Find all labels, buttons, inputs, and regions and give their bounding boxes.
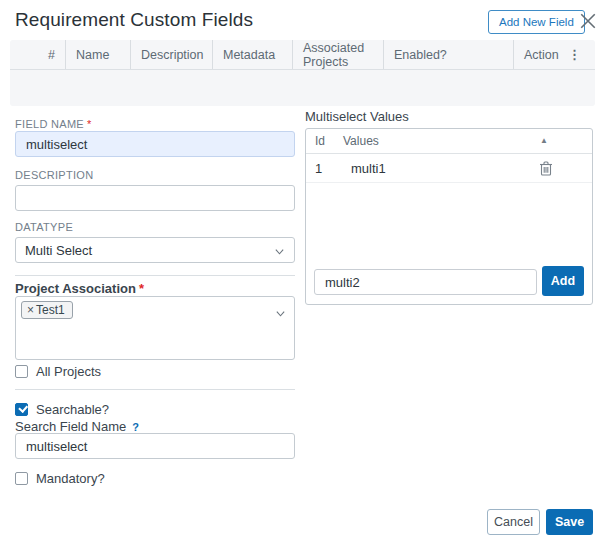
- column-header-associated-projects: Associated Projects: [292, 40, 383, 69]
- chevron-down-icon: [274, 245, 285, 256]
- cancel-button[interactable]: Cancel: [487, 509, 540, 535]
- column-header-id: Id: [306, 134, 343, 148]
- description-label: DESCRIPTION: [15, 169, 93, 181]
- column-header-description: Description: [130, 40, 212, 69]
- custom-fields-table: # Name Description Metadata Associated P…: [10, 40, 595, 106]
- datatype-label: DATATYPE: [15, 221, 73, 233]
- mandatory-checkbox-row[interactable]: Mandatory?: [15, 471, 105, 486]
- add-new-field-button[interactable]: Add New Field: [488, 10, 585, 34]
- table-row: 1 multi1: [306, 154, 592, 183]
- datatype-selected-value: Multi Select: [25, 243, 92, 258]
- multiselect-values-title: Multiselect Values: [305, 109, 409, 124]
- project-association-multiselect[interactable]: × Test1: [15, 296, 295, 360]
- close-icon[interactable]: [579, 12, 597, 30]
- mandatory-label: Mandatory?: [36, 471, 105, 486]
- mandatory-checkbox[interactable]: [15, 472, 28, 485]
- searchable-label: Searchable?: [36, 402, 109, 417]
- field-name-label: FIELD NAME*: [15, 118, 92, 130]
- required-asterisk: *: [139, 281, 144, 296]
- add-value-button[interactable]: Add: [542, 266, 584, 296]
- column-header-index: #: [10, 40, 65, 69]
- all-projects-checkbox-row[interactable]: All Projects: [15, 364, 101, 379]
- values-table-header: Id Values ▲: [306, 129, 592, 154]
- help-icon[interactable]: ?: [132, 421, 139, 433]
- save-button[interactable]: Save: [546, 509, 593, 535]
- new-value-input[interactable]: [314, 269, 537, 295]
- tag-remove-icon[interactable]: ×: [27, 304, 34, 316]
- project-association-label: Project Association*: [15, 281, 144, 296]
- column-header-action: Action ⋮: [513, 40, 595, 69]
- chevron-down-icon: [275, 305, 286, 316]
- all-projects-label: All Projects: [36, 364, 101, 379]
- page-title: Requirement Custom Fields: [15, 9, 253, 31]
- project-tag: × Test1: [21, 301, 73, 319]
- search-field-name-input[interactable]: [15, 433, 295, 459]
- search-field-name-label: Search Field Name?: [15, 419, 139, 434]
- requirement-custom-fields-modal: Requirement Custom Fields Add New Field …: [0, 0, 605, 550]
- section-divider: [15, 275, 295, 276]
- row-id: 1: [306, 161, 351, 176]
- multiselect-values-panel: Id Values ▲ 1 multi1 Add: [305, 128, 593, 305]
- section-divider: [15, 389, 295, 390]
- tag-label: Test1: [36, 303, 65, 317]
- all-projects-checkbox[interactable]: [15, 365, 28, 378]
- description-input[interactable]: [15, 185, 295, 211]
- field-name-input[interactable]: [15, 131, 295, 157]
- searchable-checkbox-row[interactable]: Searchable?: [15, 402, 109, 417]
- datatype-select[interactable]: Multi Select: [15, 237, 295, 263]
- trash-icon[interactable]: [538, 160, 554, 177]
- table-header-row: # Name Description Metadata Associated P…: [10, 40, 595, 70]
- column-header-values: Values: [343, 134, 592, 148]
- column-header-metadata: Metadata: [212, 40, 292, 69]
- sort-ascending-icon[interactable]: ▲: [540, 137, 548, 145]
- column-header-enabled: Enabled?: [383, 40, 513, 69]
- column-header-name: Name: [65, 40, 130, 69]
- searchable-checkbox[interactable]: [15, 403, 28, 416]
- row-value: multi1: [351, 161, 592, 176]
- required-asterisk: *: [87, 118, 92, 130]
- column-options-icon[interactable]: ⋮: [568, 47, 581, 62]
